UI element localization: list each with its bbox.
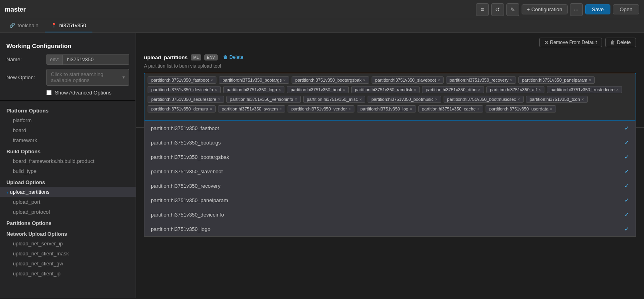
tag-item: partition:hi3751v350_versioninfo× xyxy=(226,96,301,103)
tag-item: partition:hi3751v350_misc× xyxy=(303,96,366,103)
name-value: hi3751v350 xyxy=(63,54,129,64)
working-config-header: Working Configuration xyxy=(6,42,129,49)
tag-label: partition:hi3751v350_misc xyxy=(307,97,358,102)
tag-label: partition:hi3751v350_bootargs xyxy=(222,78,282,82)
configuration-button[interactable]: + Configuration xyxy=(522,4,568,14)
dropdown-item[interactable]: partition:hi3751v350_deviceinfo✓ xyxy=(144,207,636,222)
sidebar-item-framework[interactable]: framework xyxy=(0,135,136,145)
dropdown-item[interactable]: partition:hi3751v350_bootargsbak✓ xyxy=(144,150,636,164)
sidebar-section-build-options[interactable]: Build Options xyxy=(0,145,136,156)
sidebar-item-upload-protocol[interactable]: upload_protocol xyxy=(0,207,136,217)
tag-label: partition:hi3751v350_bootmusic xyxy=(371,97,433,102)
sidebar-section-upload-options[interactable]: Upload Options xyxy=(0,176,136,187)
tag-close-icon[interactable]: × xyxy=(414,88,416,92)
sidebar-item-upload-net-client-ip[interactable]: upload_net_client_ip xyxy=(0,269,136,279)
dropdown-item[interactable]: partition:hi3751v350_panelparam✓ xyxy=(144,193,636,207)
tag-close-icon[interactable]: × xyxy=(360,97,362,102)
tag-item: partition:hi3751v350_dtbo× xyxy=(422,86,484,93)
tag-close-icon[interactable]: × xyxy=(363,78,366,82)
tag-close-icon[interactable]: × xyxy=(538,88,541,92)
tabs-bar: 🔗 toolchain 📍 hi3751v350 xyxy=(0,19,644,33)
tag-close-icon[interactable]: × xyxy=(589,78,591,82)
tag-label: partition:hi3751v350_bootargsbak xyxy=(295,78,362,82)
delete-option-button[interactable]: 🗑 Delete xyxy=(221,54,246,61)
tag-close-icon[interactable]: × xyxy=(295,97,297,102)
sidebar-section-platform-options[interactable]: Platform Options xyxy=(0,104,136,115)
new-option-placeholder: Click to start searching available optio… xyxy=(51,71,122,83)
tag-close-icon[interactable]: × xyxy=(478,88,480,92)
dropdown-item[interactable]: partition:hi3751v350_logo✓ xyxy=(144,222,636,236)
sidebar-section-partitions-options[interactable]: Partitions Options xyxy=(0,217,136,228)
tag-label: partition:hi3751v350_slaveboot xyxy=(375,78,436,82)
tag-close-icon[interactable]: × xyxy=(215,88,217,92)
delete-config-button[interactable]: 🗑 Delete xyxy=(605,38,636,47)
tag-close-icon[interactable]: × xyxy=(550,107,552,111)
tag-label: partition:hi3751v350_log xyxy=(360,106,408,111)
dropdown-item[interactable]: partition:hi3751v350_fastboot✓ xyxy=(144,121,636,135)
tag-close-icon[interactable]: × xyxy=(348,107,351,111)
remove-from-default-button[interactable]: ⊙ Remove From Default xyxy=(539,38,602,47)
dropdown-item-label: partition:hi3751v350_slaveboot xyxy=(151,169,223,175)
sidebar-item-build-type[interactable]: build_type xyxy=(0,166,136,176)
tag-close-icon[interactable]: × xyxy=(210,107,212,111)
tag-close-icon[interactable]: × xyxy=(435,97,438,102)
sidebar-section-network-upload-options[interactable]: Network Upload Options xyxy=(0,228,136,239)
sidebar-item-upload-port[interactable]: upload_port xyxy=(0,197,136,207)
app-title: master xyxy=(5,6,26,13)
sidebar-item-platform[interactable]: platform xyxy=(0,115,136,125)
tag-close-icon[interactable]: × xyxy=(518,97,520,102)
tab-toolchain[interactable]: 🔗 toolchain xyxy=(3,19,45,32)
tag-item: partition:hi3751v350_vendor× xyxy=(288,105,354,112)
dropdown-overlay: partition:hi3751v350_fastboot✓partition:… xyxy=(144,121,636,237)
sidebar-item-upload-net-client-gw[interactable]: upload_net_client_gw xyxy=(0,259,136,269)
dropdown-item[interactable]: partition:hi3751v350_bootargs✓ xyxy=(144,135,636,150)
tag-close-icon[interactable]: × xyxy=(343,88,345,92)
open-button[interactable]: Open xyxy=(613,4,639,14)
sidebar-item-upload-net-client-mask[interactable]: upload_net_client_mask xyxy=(0,249,136,259)
sidebar-item-upload-partitions[interactable]: upload_partitions xyxy=(0,187,136,197)
tag-label: partition:hi3751v350_tcon xyxy=(530,97,580,102)
tag-close-icon[interactable]: × xyxy=(410,107,412,111)
sidebar-item-board[interactable]: board xyxy=(0,125,136,135)
tag-close-icon[interactable]: × xyxy=(510,78,512,82)
dropdown-item[interactable]: partition:hi3751v350_slaveboot✓ xyxy=(144,164,636,179)
tag-close-icon[interactable]: × xyxy=(283,78,286,82)
show-advanced-row: Show Advanced Options xyxy=(46,90,129,96)
tag-close-icon[interactable]: × xyxy=(210,78,213,82)
save-button[interactable]: Save xyxy=(585,4,611,14)
toolbar-actions: ≡ ↺ ✎ + Configuration ··· Save Open xyxy=(476,3,639,16)
tag-item: partition:hi3751v350_deviceinfo× xyxy=(148,86,221,93)
new-option-dropdown[interactable]: Click to start searching available optio… xyxy=(46,69,129,86)
tag-close-icon[interactable]: × xyxy=(477,107,480,111)
name-input-wrapper: env: hi3751v350 xyxy=(46,54,129,65)
name-label: Name: xyxy=(6,56,46,62)
tag-close-icon[interactable]: × xyxy=(279,88,281,92)
show-advanced-checkbox[interactable] xyxy=(46,90,52,95)
tag-label: partition:hi3751v350_versioninfo xyxy=(230,97,293,102)
tag-close-icon[interactable]: × xyxy=(438,78,440,82)
more-button[interactable]: ··· xyxy=(570,3,583,16)
dropdown-item-label: partition:hi3751v350_bootargs xyxy=(151,140,221,146)
tag-label: partition:hi3751v350_demura xyxy=(151,106,208,111)
badge-env: ENV xyxy=(204,54,218,60)
checkmark-icon: ✓ xyxy=(624,211,629,218)
tag-label: partition:hi3751v350_recovery xyxy=(450,78,508,82)
tag-close-icon[interactable]: × xyxy=(582,97,584,102)
upload-partitions-header: upload_partitions ML ENV 🗑 Delete xyxy=(144,54,636,61)
sidebar-item-upload-net-server-ip[interactable]: upload_net_server_ip xyxy=(0,239,136,249)
edit-icon-btn[interactable]: ✎ xyxy=(506,3,519,16)
tag-close-icon[interactable]: × xyxy=(218,97,220,102)
tag-close-icon[interactable]: × xyxy=(279,107,282,111)
dropdown-item[interactable]: partition:hi3751v350_recovery✓ xyxy=(144,179,636,193)
sidebar-item-board-frameworks[interactable]: board_frameworks.hb.build.product xyxy=(0,156,136,166)
tag-item: partition:hi3751v350_atf× xyxy=(486,86,544,93)
tag-item: partition:hi3751v350_boot× xyxy=(287,86,348,93)
tags-container[interactable]: partition:hi3751v350_fastboot×partition:… xyxy=(144,73,636,121)
undo-icon-btn[interactable]: ↺ xyxy=(491,3,504,16)
list-icon-btn[interactable]: ≡ xyxy=(476,3,489,16)
dropdown-item-label: partition:hi3751v350_deviceinfo xyxy=(151,212,224,218)
tag-close-icon[interactable]: × xyxy=(616,88,618,92)
tab-hi3751v350[interactable]: 📍 hi3751v350 xyxy=(45,19,92,32)
tag-label: partition:hi3751v350_securestore xyxy=(151,97,216,102)
new-option-label: New Option: xyxy=(6,74,46,80)
